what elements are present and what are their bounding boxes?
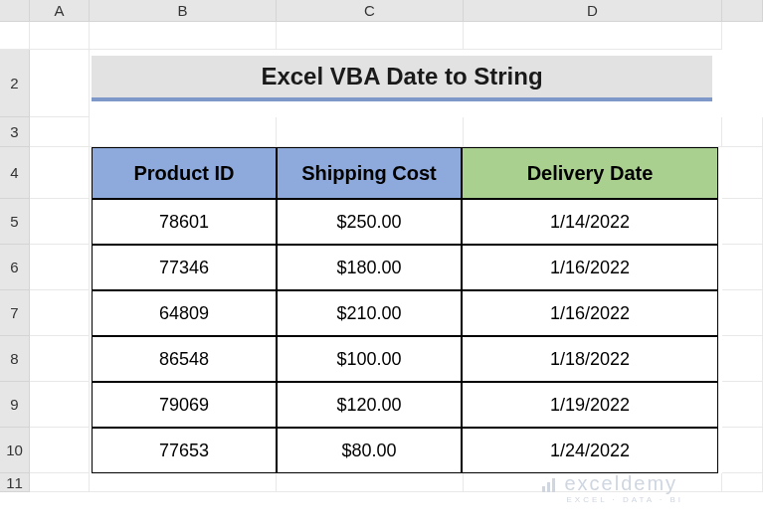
column-header[interactable]: B — [90, 0, 277, 22]
svg-rect-1 — [547, 482, 550, 492]
cell[interactable] — [90, 22, 277, 50]
table-cell[interactable]: $210.00 — [277, 290, 462, 336]
table-cell[interactable]: 77346 — [92, 245, 277, 290]
row-header[interactable]: 11 — [0, 473, 30, 492]
cell[interactable] — [722, 336, 763, 382]
cell[interactable] — [0, 22, 30, 50]
row-header[interactable]: 3 — [0, 117, 30, 147]
cell[interactable] — [30, 117, 90, 147]
cell[interactable] — [722, 147, 763, 199]
row-header[interactable]: 8 — [0, 336, 30, 382]
cell[interactable] — [722, 382, 763, 428]
cell[interactable] — [30, 50, 90, 117]
table-header-cost[interactable]: Shipping Cost — [277, 147, 462, 199]
svg-rect-2 — [552, 478, 555, 492]
chart-icon — [542, 474, 560, 497]
cell[interactable] — [30, 428, 90, 473]
cell[interactable] — [722, 117, 763, 147]
row-header[interactable]: 4 — [0, 147, 30, 199]
row-header[interactable]: 2 — [0, 50, 30, 117]
table-cell[interactable]: $180.00 — [277, 245, 462, 290]
cell[interactable] — [277, 117, 464, 147]
cell[interactable] — [30, 473, 90, 492]
table-cell[interactable]: 64809 — [92, 290, 277, 336]
column-header[interactable]: A — [30, 0, 90, 22]
cell[interactable] — [277, 22, 464, 50]
table-cell[interactable]: 78601 — [92, 199, 277, 245]
table-header-date[interactable]: Delivery Date — [462, 147, 718, 199]
table-cell[interactable]: 77653 — [92, 428, 277, 473]
data-table: Product ID Shipping Cost Delivery Date 7… — [92, 147, 712, 473]
spreadsheet-grid: A B C D 1 2 Excel VBA Date to String 3 4… — [0, 0, 763, 492]
cell[interactable] — [30, 290, 90, 336]
cell[interactable] — [722, 245, 763, 290]
cell[interactable] — [30, 147, 90, 199]
column-header[interactable]: D — [464, 0, 722, 22]
table-cell[interactable]: $100.00 — [277, 336, 462, 382]
table-cell[interactable]: 1/16/2022 — [462, 290, 718, 336]
table-cell[interactable]: 86548 — [92, 336, 277, 382]
column-header[interactable]: C — [277, 0, 464, 22]
watermark-text: exceldemy — [564, 472, 677, 494]
table-cell[interactable]: 1/18/2022 — [462, 336, 718, 382]
cell[interactable] — [722, 290, 763, 336]
cell[interactable] — [30, 382, 90, 428]
table-cell[interactable]: 1/19/2022 — [462, 382, 718, 428]
cell[interactable] — [464, 22, 722, 50]
row-header[interactable]: 10 — [0, 428, 30, 473]
table-cell[interactable]: $250.00 — [277, 199, 462, 245]
page-title: Excel VBA Date to String — [261, 63, 542, 90]
cell[interactable] — [722, 199, 763, 245]
title-banner: Excel VBA Date to String — [92, 56, 712, 101]
row-header[interactable]: 9 — [0, 382, 30, 428]
cell[interactable] — [30, 245, 90, 290]
cell[interactable] — [277, 473, 464, 492]
cell[interactable] — [30, 22, 90, 50]
cell[interactable] — [30, 336, 90, 382]
column-header — [722, 0, 763, 22]
cell[interactable] — [90, 117, 277, 147]
table-cell[interactable]: 79069 — [92, 382, 277, 428]
svg-rect-0 — [542, 486, 545, 492]
cell[interactable] — [30, 199, 90, 245]
table-cell[interactable]: 1/14/2022 — [462, 199, 718, 245]
row-header[interactable]: 7 — [0, 290, 30, 336]
cell[interactable] — [722, 428, 763, 473]
table-cell[interactable]: $80.00 — [277, 428, 462, 473]
table-cell[interactable]: $120.00 — [277, 382, 462, 428]
cell[interactable] — [464, 117, 722, 147]
select-all-corner[interactable] — [0, 0, 30, 22]
cell[interactable] — [90, 473, 277, 492]
watermark: exceldemy EXCEL · DATA · BI — [542, 472, 683, 504]
row-header[interactable]: 6 — [0, 245, 30, 290]
row-header[interactable]: 5 — [0, 199, 30, 245]
watermark-sub: EXCEL · DATA · BI — [566, 495, 683, 504]
cell[interactable] — [722, 473, 763, 492]
table-cell[interactable]: 1/24/2022 — [462, 428, 718, 473]
table-header-product[interactable]: Product ID — [92, 147, 277, 199]
table-cell[interactable]: 1/16/2022 — [462, 245, 718, 290]
